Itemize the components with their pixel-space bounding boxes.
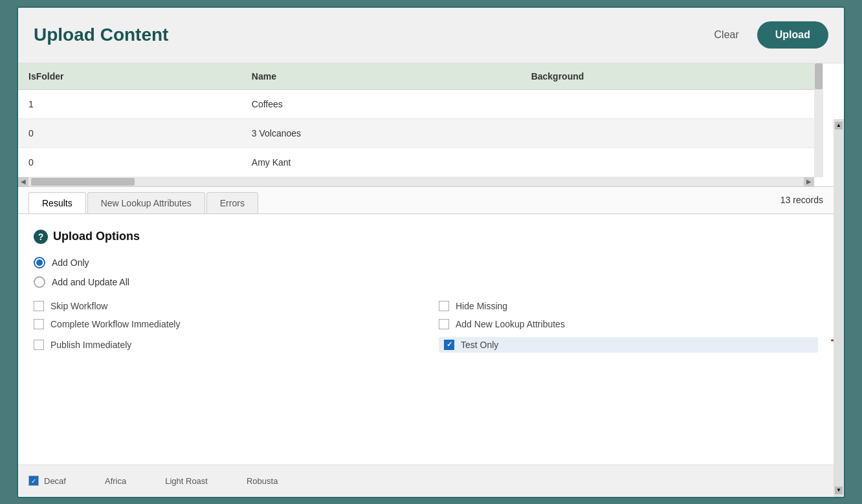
modal-dialog: Upload Content Clear Upload ▲ ▼ — [17, 6, 845, 498]
radio-add-only[interactable]: Add Only — [34, 257, 818, 268]
table-header-row: IsFolder Name Background — [18, 63, 814, 90]
tab-errors[interactable]: Errors — [206, 192, 258, 214]
scroll-up-arrow[interactable]: ▲ — [835, 122, 843, 129]
checkbox-test-only-box[interactable] — [444, 340, 454, 350]
horizontal-scrollbar[interactable]: ◀ ▶ — [18, 177, 814, 186]
bottom-checkbox-1[interactable] — [28, 476, 39, 486]
cell-isfolder: 0 — [18, 118, 241, 148]
table-vscrollbar-thumb[interactable] — [815, 63, 823, 89]
records-count: 13 records — [780, 195, 823, 210]
checkbox-complete-workflow-box[interactable] — [34, 319, 44, 329]
checkbox-publish[interactable]: Publish Immediately — [34, 337, 413, 353]
col-isfolder: IsFolder — [18, 63, 241, 90]
cell-name: Amy Kant — [241, 148, 521, 177]
radio-group: Add Only Add and Update All — [34, 257, 818, 288]
header-actions: Clear Upload — [707, 21, 828, 49]
checkbox-test-only[interactable]: Test Only — [439, 337, 818, 353]
col-background: Background — [521, 63, 814, 90]
checkbox-publish-box[interactable] — [34, 340, 44, 350]
table-row[interactable]: 0 Amy Kant — [18, 148, 814, 177]
tabs-container: ResultsNew Lookup AttributesErrors — [28, 192, 260, 214]
table-row[interactable]: 0 3 Volcanoes — [18, 118, 814, 148]
options-header: ? Upload Options — [34, 230, 818, 244]
checkbox-skip-workflow[interactable]: Skip Workflow — [34, 301, 413, 311]
cell-name: Coffees — [241, 89, 521, 118]
upload-options-section: ? Upload Options Add Only Add and Update… — [18, 214, 834, 465]
checkbox-hide-missing-box[interactable] — [439, 301, 449, 311]
col-name: Name — [241, 63, 521, 90]
hscroll-thumb[interactable] — [31, 178, 135, 186]
checkbox-hide-missing-label: Hide Missing — [456, 301, 507, 311]
cell-background — [521, 118, 814, 148]
bottom-cell-3: Light Roast — [165, 476, 208, 486]
hscroll-right-arrow[interactable]: ▶ — [804, 177, 814, 186]
table-vertical-scrollbar[interactable] — [814, 63, 823, 177]
tab-new-lookup-attributes[interactable]: New Lookup Attributes — [87, 192, 205, 214]
radio-add-update-label: Add and Update All — [52, 277, 129, 287]
bottom-label-4: Robusta — [247, 476, 278, 486]
cell-name: 3 Volcanoes — [241, 118, 521, 148]
clear-button[interactable]: Clear — [707, 24, 747, 46]
scroll-down-arrow[interactable]: ▼ — [835, 487, 843, 494]
tab-results[interactable]: Results — [28, 192, 86, 214]
checkbox-test-only-label: Test Only — [461, 340, 498, 350]
cell-background — [521, 89, 814, 118]
radio-add-update[interactable]: Add and Update All — [34, 276, 818, 288]
upload-button[interactable]: Upload — [757, 21, 828, 49]
hscroll-left-arrow[interactable]: ◀ — [18, 177, 28, 186]
checkbox-add-lookup-box[interactable] — [439, 319, 449, 329]
checkboxes-grid: Skip Workflow Hide Missing Complete Work… — [34, 301, 818, 353]
checkbox-add-lookup[interactable]: Add New Lookup Attributes — [439, 319, 818, 329]
bottom-cell-4: Robusta — [247, 476, 278, 486]
table-scroll-container[interactable]: IsFolder Name Background 1 Coffees 0 3 V… — [18, 63, 834, 177]
bottom-cell-1: Decaf — [28, 476, 66, 486]
cell-isfolder: 0 — [18, 148, 241, 177]
modal-body: ▲ ▼ IsFolder Name Backgrou — [18, 63, 844, 497]
cell-background — [521, 148, 814, 177]
table-row[interactable]: 1 Coffees — [18, 89, 814, 118]
tabs-bar: ResultsNew Lookup AttributesErrors 13 re… — [18, 187, 834, 214]
bottom-label-1: Decaf — [44, 476, 66, 486]
checkbox-publish-label: Publish Immediately — [50, 340, 131, 350]
data-table: IsFolder Name Background 1 Coffees 0 3 V… — [18, 63, 814, 177]
checkbox-complete-workflow-label: Complete Workflow Immediately — [50, 319, 180, 329]
annotation-arrow — [818, 324, 834, 356]
content-area: IsFolder Name Background 1 Coffees 0 3 V… — [18, 63, 834, 497]
options-title: Upload Options — [53, 230, 140, 243]
cell-isfolder: 1 — [18, 89, 241, 118]
checkbox-skip-workflow-box[interactable] — [34, 301, 44, 311]
bottom-label-2: Africa — [105, 476, 126, 486]
bottom-bar: Decaf Africa Light Roast Robusta — [18, 465, 834, 497]
bottom-cell-2: Africa — [105, 476, 126, 486]
checkbox-complete-workflow[interactable]: Complete Workflow Immediately — [34, 319, 413, 329]
modal-header: Upload Content Clear Upload — [18, 8, 844, 63]
checkbox-skip-workflow-label: Skip Workflow — [50, 301, 107, 311]
modal-title: Upload Content — [34, 25, 168, 45]
radio-add-update-btn[interactable] — [34, 276, 45, 288]
table-area: IsFolder Name Background 1 Coffees 0 3 V… — [18, 63, 834, 187]
right-scrollbar[interactable]: ▲ ▼ — [834, 119, 844, 497]
table-body: 1 Coffees 0 3 Volcanoes 0 Amy Kant — [18, 89, 814, 177]
radio-add-only-btn[interactable] — [34, 257, 45, 268]
bottom-label-3: Light Roast — [165, 476, 208, 486]
checkbox-hide-missing[interactable]: Hide Missing — [439, 301, 818, 311]
test-only-container: Test Only — [439, 337, 818, 353]
radio-add-only-label: Add Only — [52, 257, 89, 268]
table-header: IsFolder Name Background — [18, 63, 814, 90]
checkbox-add-lookup-label: Add New Lookup Attributes — [456, 319, 565, 329]
help-icon[interactable]: ? — [34, 230, 48, 244]
